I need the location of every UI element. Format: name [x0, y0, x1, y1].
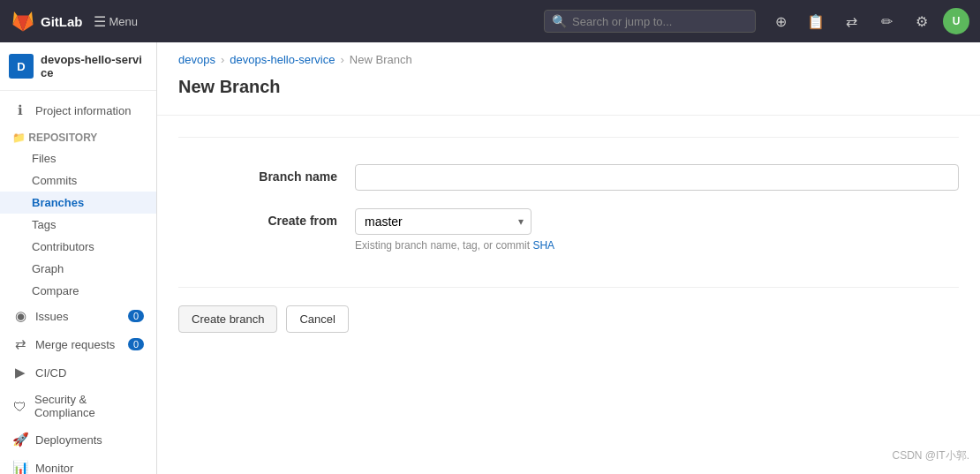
- review-icon[interactable]: ✏: [872, 7, 901, 35]
- gitlab-text: GitLab: [41, 14, 83, 29]
- sidebar-item-graph[interactable]: Graph: [0, 258, 156, 280]
- nav-icons: ⊕ 📋 ⇄ ✏ ⚙ U: [766, 7, 969, 35]
- search-input[interactable]: [572, 15, 748, 28]
- sidebar: D devops-hello-service ℹ Project informa…: [0, 42, 157, 474]
- branch-name-input[interactable]: [355, 164, 959, 191]
- sidebar-nav: ℹ Project information 📁 Repository Files…: [0, 91, 156, 474]
- sidebar-item-issues[interactable]: ◉ Issues 0: [0, 302, 156, 330]
- issues-badge: 0: [128, 310, 144, 322]
- sidebar-item-monitor[interactable]: 📊 Monitor: [0, 454, 156, 474]
- project-name: devops-hello-service: [41, 53, 147, 79]
- create-from-select[interactable]: master main develop: [356, 209, 531, 234]
- sidebar-label-monitor: Monitor: [35, 462, 73, 475]
- sidebar-label-deployments: Deployments: [35, 433, 102, 447]
- page-title-area: New Branch: [157, 66, 980, 116]
- sidebar-item-files[interactable]: Files: [0, 147, 156, 169]
- sidebar-label-security: Security & Compliance: [34, 393, 144, 419]
- main-content: devops › devops-hello-service › New Bran…: [157, 42, 980, 474]
- sidebar-label-cicd: CI/CD: [35, 366, 66, 380]
- sidebar-section-repository[interactable]: 📁 Repository: [0, 124, 156, 147]
- gitlab-logo[interactable]: GitLab: [11, 9, 83, 34]
- merge-icon[interactable]: ⇄: [837, 7, 865, 35]
- settings-icon[interactable]: ⚙: [908, 7, 936, 35]
- create-branch-button[interactable]: Create branch: [178, 305, 277, 333]
- create-from-row: Create from master main develop ▾ Existi…: [178, 199, 959, 260]
- menu-button[interactable]: ☰ Menu: [94, 13, 139, 30]
- project-header[interactable]: D devops-hello-service: [0, 42, 156, 91]
- sidebar-item-branches[interactable]: Branches: [0, 192, 156, 214]
- branch-name-row: Branch name: [178, 155, 959, 199]
- sidebar-item-cicd[interactable]: ▶ CI/CD: [0, 358, 156, 387]
- branch-name-label: Branch name: [178, 164, 337, 184]
- top-navigation: GitLab ☰ Menu 🔍 ⊕ 📋 ⇄ ✏ ⚙ U: [0, 0, 980, 42]
- cancel-button[interactable]: Cancel: [286, 305, 348, 333]
- page-title: New Branch: [178, 77, 959, 97]
- create-from-select-wrap: master main develop ▾: [355, 208, 531, 235]
- form-section: Branch name Create from master main deve…: [178, 137, 959, 278]
- breadcrumb-sep-1: ›: [221, 53, 224, 66]
- sidebar-item-contributors[interactable]: Contributors: [0, 236, 156, 258]
- shield-icon: 🛡: [12, 399, 27, 414]
- breadcrumb-project[interactable]: devops-hello-service: [230, 53, 335, 66]
- sidebar-label-merge-requests: Merge requests: [35, 338, 115, 351]
- user-avatar[interactable]: U: [943, 8, 969, 34]
- breadcrumb: devops › devops-hello-service › New Bran…: [157, 42, 980, 66]
- monitor-icon: 📊: [12, 460, 28, 474]
- sha-link[interactable]: SHA: [532, 239, 554, 252]
- project-avatar: D: [9, 54, 34, 79]
- breadcrumb-devops[interactable]: devops: [178, 53, 215, 66]
- merge-requests-badge: 0: [128, 338, 144, 350]
- create-from-hint: Existing branch name, tag, or commit SHA: [355, 239, 959, 252]
- sidebar-item-deployments[interactable]: 🚀 Deployments: [0, 425, 156, 454]
- sidebar-label-project-information: Project information: [35, 104, 131, 117]
- sidebar-item-tags[interactable]: Tags: [0, 214, 156, 236]
- sidebar-item-security[interactable]: 🛡 Security & Compliance: [0, 387, 156, 425]
- sidebar-label-issues: Issues: [35, 310, 69, 323]
- info-icon: ℹ: [12, 102, 28, 118]
- sidebar-item-compare[interactable]: Compare: [0, 280, 156, 302]
- search-icon: 🔍: [552, 14, 567, 28]
- breadcrumb-sep-2: ›: [341, 53, 344, 66]
- deployments-icon: 🚀: [12, 432, 28, 448]
- issues-icon: ◉: [12, 308, 28, 324]
- breadcrumb-current: New Branch: [350, 53, 412, 66]
- create-from-label: Create from: [178, 208, 337, 228]
- new-branch-form: Branch name Create from master main deve…: [157, 116, 980, 363]
- create-from-control: master main develop ▾ Existing branch na…: [355, 208, 959, 252]
- watermark: CSDN @IT小郭.: [892, 448, 969, 463]
- repo-icon: 📁: [12, 132, 26, 144]
- plus-icon[interactable]: ⊕: [766, 7, 795, 35]
- branch-name-control: [355, 164, 959, 191]
- form-actions: Create branch Cancel: [178, 287, 959, 342]
- search-bar[interactable]: 🔍: [544, 10, 756, 33]
- todo-icon[interactable]: 📋: [802, 7, 830, 35]
- merge-requests-icon: ⇄: [12, 336, 28, 352]
- sidebar-item-commits[interactable]: Commits: [0, 169, 156, 192]
- sidebar-item-merge-requests[interactable]: ⇄ Merge requests 0: [0, 330, 156, 358]
- cicd-icon: ▶: [12, 365, 28, 380]
- sidebar-item-project-information[interactable]: ℹ Project information: [0, 96, 156, 124]
